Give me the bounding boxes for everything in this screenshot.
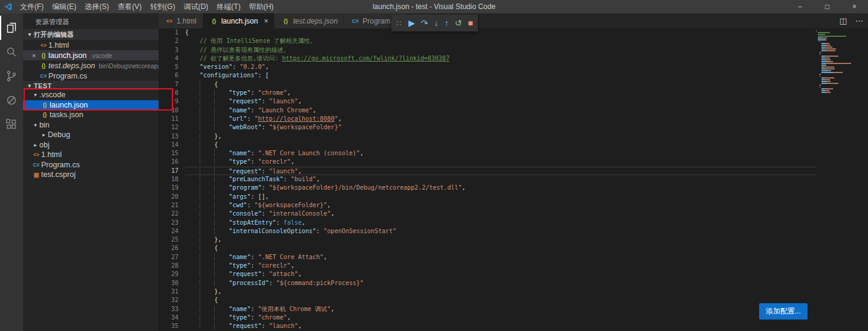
code-token: :	[261, 184, 269, 191]
code-token: "chrome"	[258, 314, 287, 321]
restart-icon[interactable]: ↺	[455, 19, 462, 27]
json-file-icon: {}	[281, 18, 290, 24]
indent-guide	[185, 219, 200, 226]
code-token: "使用本机 Chrome 调试"	[258, 306, 330, 312]
explorer-icon[interactable]	[0, 16, 23, 40]
close-icon[interactable]: ×	[29, 52, 39, 59]
minimap-token	[825, 47, 832, 48]
workspace-folder-header[interactable]: ▾ TEST	[23, 81, 158, 90]
code-token: "processId"	[229, 280, 269, 286]
menu-item[interactable]: 终端(T)	[212, 0, 244, 13]
open-editor-item[interactable]: C#Program.cs	[23, 71, 158, 81]
minimize-button[interactable]: −	[786, 0, 814, 13]
code-line: "program": "${workspaceFolder}/bin/Debug…	[185, 184, 816, 192]
code-line: "type": "chrome",	[185, 89, 816, 97]
tree-item[interactable]: {}tasks.json	[23, 110, 158, 120]
tree-item[interactable]: ▾.vscode	[23, 90, 158, 100]
code-token: "${command:pickProcess}"	[276, 280, 364, 286]
code-area[interactable]: { // 使用 IntelliSense 了解相关属性。 // 悬停以查看现有属…	[185, 28, 816, 331]
chevron-down-icon: ▾	[25, 31, 34, 37]
menu-item[interactable]: 选择(S)	[80, 0, 113, 13]
code-token: ".NET Core Launch (console)"	[258, 150, 360, 156]
tree-item-label: test.csproj	[41, 170, 76, 179]
split-editor-icon[interactable]: ◫	[840, 16, 847, 25]
indent-guide	[200, 297, 214, 303]
tab[interactable]: <>1.html	[158, 13, 203, 28]
tree-item[interactable]: <>1.html	[23, 150, 158, 160]
search-icon[interactable]	[0, 40, 23, 64]
code-token: ,	[298, 98, 302, 104]
open-editor-item[interactable]: <>1.html	[23, 40, 158, 50]
code-line: "url": "http://localhost:8080",	[185, 115, 816, 123]
menu-item[interactable]: 转到(G)	[146, 0, 179, 13]
tree-item[interactable]: {}launch.json	[23, 100, 158, 111]
code-line: "request": "attach",	[185, 270, 816, 278]
file-label: test.deps.json	[48, 62, 95, 70]
workspace-folder-label: TEST	[34, 82, 52, 89]
tab[interactable]: {}test.deps.json	[275, 13, 344, 28]
json-file-icon: {}	[209, 18, 219, 24]
open-editor-item[interactable]: ×{}launch.json.vscode	[23, 50, 158, 60]
code-line: "internalConsoleOptions": "openOnSession…	[185, 227, 816, 236]
indent-guide	[185, 228, 200, 234]
line-number: 10	[158, 106, 178, 115]
line-number: 4	[158, 54, 178, 63]
tree-item[interactable]: ▸Debug	[23, 130, 158, 140]
menu-item[interactable]: 文件(F)	[16, 0, 48, 13]
minimap-token	[829, 90, 829, 91]
minimap[interactable]	[816, 28, 860, 331]
indent-guide	[185, 133, 200, 140]
code-token: "type"	[229, 262, 250, 269]
open-editor-item[interactable]: {}test.deps.jsonbin\Debug\netcoreapp2.2	[23, 60, 158, 71]
tree-item[interactable]: ▾bin	[23, 120, 158, 130]
minimap-token	[818, 36, 825, 37]
indent-guide	[200, 236, 214, 243]
close-button[interactable]: ×	[841, 0, 868, 13]
line-number: 35	[158, 322, 178, 330]
tree-item[interactable]: C#Program.cs	[23, 160, 158, 170]
maximize-button[interactable]: □	[814, 0, 841, 13]
vscode-window: 文件(F)编辑(E)选择(S)查看(V)转到(G)调试(D)终端(T)帮助(H)…	[0, 0, 868, 331]
code-token: :	[247, 202, 254, 208]
step-over-icon[interactable]: ↷	[421, 19, 428, 27]
menu-item[interactable]: 调试(D)	[180, 0, 213, 13]
step-out-icon[interactable]: ↑	[445, 19, 449, 27]
code-line: },	[185, 288, 816, 296]
debug-icon[interactable]	[0, 88, 23, 112]
code-token: "internalConsole"	[269, 210, 331, 217]
extensions-icon[interactable]	[0, 112, 23, 137]
tree-item[interactable]: ▣test.csproj	[23, 170, 158, 180]
code-token: {	[214, 81, 218, 88]
code-token: "program"	[229, 184, 261, 191]
step-into-icon[interactable]: ↓	[434, 19, 439, 27]
source-control-icon[interactable]	[0, 64, 23, 88]
cs-file-icon: C#	[350, 18, 360, 24]
code-token: "${workspaceFolder}/bin/Debug/netcoreapp…	[269, 184, 462, 191]
minimap-line	[816, 43, 860, 44]
minimap-token	[816, 30, 817, 31]
code-token: ,	[287, 314, 291, 321]
continue-icon[interactable]: ▶	[408, 19, 415, 27]
code-token: "0.2.0"	[240, 63, 265, 70]
vscode-logo-icon	[0, 2, 16, 11]
indent-guide	[214, 271, 229, 277]
menu-item[interactable]: 编辑(E)	[48, 0, 80, 13]
code-line: {	[185, 28, 816, 37]
menu-item[interactable]: 帮助(H)	[245, 0, 278, 13]
indent-guide	[200, 202, 214, 208]
tree-item-label: Debug	[48, 130, 70, 139]
add-configuration-button[interactable]: 添加配置...	[759, 303, 808, 320]
tab[interactable]: {}launch.json×	[203, 13, 275, 28]
json-file-icon: {}	[40, 102, 50, 108]
menu-item[interactable]: 查看(V)	[113, 0, 146, 13]
open-editors-header[interactable]: ▾ 打开的编辑器	[23, 29, 158, 40]
indent-guide	[200, 262, 214, 269]
drag-handle-icon[interactable]: ∷	[396, 19, 401, 28]
stop-icon[interactable]: ■	[468, 19, 473, 27]
tree-item[interactable]: ▸obj	[23, 140, 158, 150]
tree-item-label: 1.html	[41, 150, 62, 159]
more-actions-icon[interactable]: ⋯	[855, 16, 863, 25]
close-icon[interactable]: ×	[264, 17, 268, 25]
indent-guide	[214, 158, 229, 165]
minimap-line	[816, 50, 860, 51]
